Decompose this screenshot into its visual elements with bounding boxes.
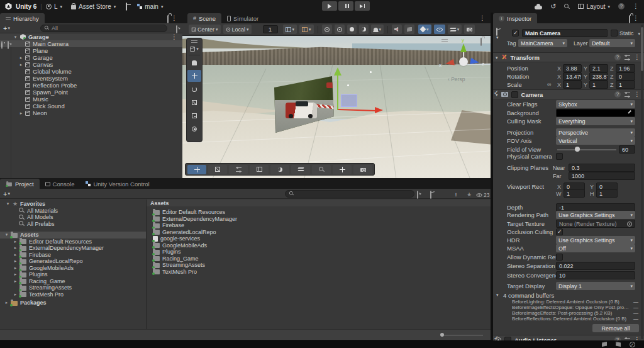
increment-snap-button[interactable]: ▾ [299, 25, 314, 34]
remove-buffer-button[interactable]: — [633, 316, 639, 322]
step-button[interactable] [355, 1, 370, 11]
overlay-sliders-button[interactable] [229, 165, 248, 174]
help-icon[interactable]: ? [618, 3, 625, 9]
hierarchy-item[interactable]: Spawn_Point [0, 89, 182, 96]
tree-folder[interactable]: ▸GoogleMobileAds [0, 265, 146, 272]
list-breadcrumb[interactable]: Assets [147, 199, 491, 206]
hierarchy-item[interactable]: ▸Canvas [0, 61, 182, 68]
gizmo-y-axis[interactable] [337, 75, 338, 110]
tab-inspector[interactable]: i Inspector [493, 13, 537, 23]
tree-folder[interactable]: ▸ExternalDependencyManager [0, 245, 146, 252]
search-in-window-icon[interactable] [417, 191, 418, 198]
projection-dropdown[interactable]: Perspective▾ [556, 128, 635, 137]
muted-message-icon[interactable] [616, 342, 621, 347]
scale-tool-button[interactable] [187, 96, 201, 108]
hierarchy-item[interactable]: Reflection Probe [0, 82, 182, 89]
scene-lighting-button[interactable] [359, 25, 369, 34]
gameobject-cube-icon[interactable]: ▾ [496, 28, 499, 40]
fov-slider-knob[interactable] [575, 147, 580, 152]
hierarchy-item[interactable]: Music [0, 96, 182, 103]
occlusion-culling-checkbox[interactable] [556, 228, 563, 235]
hierarchy-item[interactable]: ▸Neon [0, 109, 182, 116]
thumbnail-size-slider[interactable] [441, 335, 483, 335]
asset-item[interactable]: ExternalDependencyManager [147, 216, 491, 223]
hierarchy-search-input[interactable]: All [40, 25, 167, 32]
tree-folder[interactable]: StreamingAssets [0, 284, 146, 291]
transform-header[interactable]: ▾ Transform ?⋮ [493, 52, 644, 62]
window-button[interactable] [126, 3, 127, 10]
overlay-camera-button[interactable] [353, 165, 372, 174]
grid-snapping-button[interactable]: ▾ [283, 25, 297, 34]
gizmo-plane-handle[interactable] [341, 94, 357, 107]
expand-arrow-icon[interactable]: ▸ [18, 55, 24, 60]
foldout-arrow-icon[interactable]: ▾ [496, 293, 499, 297]
msaa-dropdown[interactable]: Off▾ [556, 244, 635, 252]
expand-arrow-icon[interactable]: ▸ [13, 259, 18, 264]
rotate-tool-button[interactable] [187, 83, 201, 95]
tree-folder[interactable]: ▸Plugins [0, 271, 146, 278]
camera-enabled-checkbox[interactable] [511, 91, 518, 98]
search-icon[interactable] [564, 4, 570, 9]
favorites-filter-icon[interactable]: ★ [467, 191, 472, 198]
culling-mask-dropdown[interactable]: Everything▾ [556, 117, 635, 125]
gizmo-center[interactable] [459, 57, 468, 66]
shaded-mode-button[interactable] [347, 25, 357, 34]
help-icon[interactable]: ? [614, 54, 621, 60]
hierarchy-item[interactable]: EventSystem [0, 75, 182, 82]
asset-store-menu[interactable]: Asset Store ▾ [71, 3, 116, 10]
axis-z-cone[interactable] [470, 58, 480, 65]
overlay-handle-icon[interactable] [191, 40, 197, 43]
add-gameobject-button[interactable]: + ▾ [3, 25, 10, 32]
hidden-count-badge[interactable]: 23 [476, 192, 489, 198]
tab-hierarchy[interactable]: Hierarchy [0, 13, 45, 23]
scene-root-row[interactable]: ▾ Garage ⋮ [0, 33, 182, 40]
kebab-menu-icon[interactable]: ⋮ [479, 15, 486, 21]
tab-version-control[interactable]: Unity Version Control [80, 179, 155, 189]
scene-picker-icon[interactable] [176, 26, 177, 33]
hdr-dropdown[interactable]: Use Graphics Settings▾ [556, 236, 635, 244]
rotation-x-field[interactable]: 13.475 [563, 72, 582, 81]
expand-arrow-icon[interactable]: ▸ [13, 272, 18, 277]
account-menu[interactable]: L ▾ [46, 3, 62, 10]
clear-flags-dropdown[interactable]: Skybox▾ [556, 100, 635, 108]
scene-debug-dropdown[interactable]: ▾ [371, 25, 384, 34]
camera-settings-button[interactable] [464, 25, 475, 34]
stereo-separation-field[interactable]: 0.022 [556, 262, 635, 270]
layout-menu[interactable]: Layout ▾ [578, 3, 610, 10]
eyedropper-icon[interactable] [627, 111, 632, 116]
rect-tool-button[interactable] [187, 109, 201, 121]
asset-item[interactable]: google-services [147, 235, 491, 242]
scene-effects-dropdown[interactable]: ▾ [418, 25, 431, 34]
scene-viewport[interactable]: y x z ‹ Persp ▾ [182, 36, 491, 178]
position-z-field[interactable]: 1.96 [616, 64, 635, 72]
allow-dynamic-resolution-checkbox[interactable] [556, 254, 563, 261]
stereo-convergence-field[interactable]: 10 [556, 271, 635, 279]
hierarchy-item[interactable]: Global Volume [0, 68, 182, 75]
tree-folder[interactable]: ▸Racing_Game [0, 278, 146, 285]
constrain-proportions-icon[interactable]: ∞ [547, 81, 551, 87]
asset-item[interactable]: GeneratedLocalRepo [147, 229, 491, 236]
axis-x-cone[interactable] [445, 59, 455, 67]
slider-knob[interactable] [440, 333, 444, 337]
background-color-swatch[interactable] [556, 109, 635, 117]
layer-dropdown[interactable]: Default▾ [589, 39, 635, 47]
tree-folder[interactable]: ▸Editor Default Resources [0, 239, 146, 245]
rotation-z-field[interactable]: 0 [616, 72, 635, 81]
gizmo-lock-icon[interactable] [480, 38, 482, 45]
remove-buffer-button[interactable]: — [633, 299, 639, 305]
expand-arrow-icon[interactable]: ▸ [4, 300, 9, 305]
tree-folder[interactable]: ▸GeneratedLocalRepo [0, 258, 146, 265]
target-texture-field[interactable]: None (Render Texture) [556, 220, 635, 228]
transform-tool-button[interactable] [187, 123, 201, 135]
fov-slider-track[interactable] [557, 149, 616, 150]
foldout-arrow-icon[interactable]: ▾ [496, 55, 498, 60]
overlay-search-button[interactable] [312, 165, 331, 174]
2d-toggle-button[interactable] [335, 25, 345, 34]
axis-y-cone[interactable] [460, 43, 467, 52]
packages-root[interactable]: ▸ Packages [0, 300, 146, 306]
snap-increment-field[interactable]: 1 [263, 25, 278, 33]
tool-pivot-dropdown[interactable]: Center ▾ [189, 25, 221, 34]
remove-buffer-button[interactable]: — [633, 310, 639, 316]
view-tool-button[interactable] [187, 57, 201, 69]
expand-arrow-icon[interactable]: ▸ [13, 252, 18, 257]
